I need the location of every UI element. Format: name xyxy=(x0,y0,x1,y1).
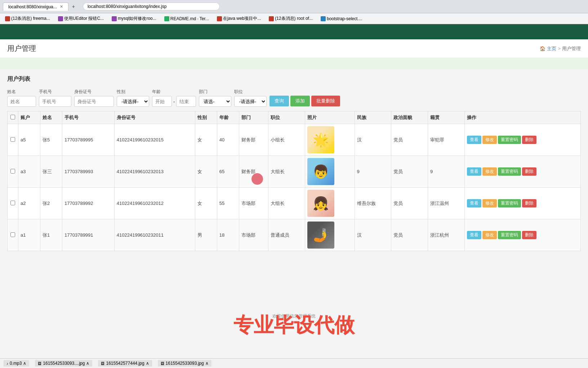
gender-search-group: 性别 -请选择- 男 女 xyxy=(117,89,149,107)
gender-label: 性别 xyxy=(117,89,149,95)
col-political: 政治面貌 xyxy=(391,111,428,124)
row-checkbox[interactable] xyxy=(10,137,15,142)
photo-avatar: 👧 xyxy=(313,196,329,211)
cell-idcard: 410224199610232012 xyxy=(114,188,195,219)
phone-input[interactable] xyxy=(39,96,71,107)
age-start-input[interactable] xyxy=(152,96,172,107)
table-row: a1 张1 17703789991 410224199610232011 男 1… xyxy=(8,219,581,251)
id-input[interactable] xyxy=(74,96,114,107)
cell-phone: 17703789993 xyxy=(62,156,115,188)
cell-age: 18 xyxy=(217,219,239,251)
table-row: a2 张2 17703789992 410224199610232012 女 5… xyxy=(8,188,581,219)
edit-button[interactable]: 修改 xyxy=(482,231,497,239)
col-hometown: 籍贯 xyxy=(428,111,464,124)
cell-ethnicity: 汉 xyxy=(355,219,391,251)
edit-button[interactable]: 修改 xyxy=(482,167,497,176)
address-bar[interactable]: localhost:8080/xinxiguanlixitong/index.j… xyxy=(83,3,220,10)
breadcrumb-separator: > xyxy=(558,46,561,51)
row-checkbox[interactable] xyxy=(10,201,15,205)
cell-photo: 👦 xyxy=(305,156,355,188)
delete-button[interactable]: 删除 xyxy=(522,136,536,144)
bookmark-1[interactable]: (12条消息) freema... xyxy=(3,15,52,22)
new-tab-button[interactable]: + xyxy=(68,2,79,11)
delete-button[interactable]: 删除 xyxy=(522,231,536,239)
row-checkbox-cell xyxy=(8,219,18,251)
bookmark-7[interactable]: bootstrap-select.... xyxy=(318,15,365,22)
reset-button[interactable]: 重置密码 xyxy=(498,231,521,239)
cell-age: 65 xyxy=(217,156,239,188)
col-name: 姓名 xyxy=(40,111,62,124)
view-button[interactable]: 查看 xyxy=(467,136,481,144)
col-account: 账户 xyxy=(18,111,40,124)
cell-political: 党员 xyxy=(391,124,428,156)
cell-political: 党员 xyxy=(391,219,428,251)
row-checkbox[interactable] xyxy=(10,232,15,237)
name-input[interactable] xyxy=(7,96,36,107)
breadcrumb: 🏠 主页 > 用户管理 xyxy=(540,45,581,52)
bulk-delete-button[interactable]: 批量删除 xyxy=(311,96,340,106)
age-search-group: 年龄 - xyxy=(152,89,196,107)
view-button[interactable]: 查看 xyxy=(467,167,481,176)
edit-button[interactable]: 修改 xyxy=(482,136,497,144)
bookmark-2[interactable]: 使用UEditor 报错C... xyxy=(56,15,106,22)
cell-hometown: 浙江温州 xyxy=(428,188,464,219)
breadcrumb-home-link[interactable]: 主页 xyxy=(547,45,556,52)
add-button[interactable]: 添加 xyxy=(290,96,310,106)
cell-actions: 查看 修改 重置密码 删除 xyxy=(464,124,580,156)
delete-button[interactable]: 删除 xyxy=(522,167,536,176)
bookmark-3[interactable]: mysql如何修改roo... xyxy=(110,15,159,22)
cell-dept: 财务部 xyxy=(239,156,268,188)
reset-button[interactable]: 重置密码 xyxy=(498,136,521,144)
cell-gender: 女 xyxy=(195,156,217,188)
cell-gender: 女 xyxy=(195,188,217,219)
cell-position: 小组长 xyxy=(268,124,305,156)
action-buttons-row: 查看 修改 重置密码 删除 xyxy=(467,136,578,144)
row-checkbox-cell xyxy=(8,124,18,156)
col-photo: 照片 xyxy=(305,111,355,124)
search-bar: 姓名 手机号 身份证号 性别 -请选择- 男 女 年龄 - xyxy=(7,89,581,107)
dept-select[interactable]: 请选- 财务部 市场部 xyxy=(199,96,231,107)
select-all-checkbox[interactable] xyxy=(10,115,15,119)
cell-dept: 市场部 xyxy=(239,188,268,219)
age-end-input[interactable] xyxy=(176,96,196,107)
user-table: 账户 姓名 手机号 身份证号 性别 年龄 部门 职位 照片 民族 政治面貌 籍贯… xyxy=(7,111,581,251)
position-select[interactable]: -请选择- 小组长 大组长 普通成员 xyxy=(234,96,267,107)
cell-account: a1 xyxy=(18,219,40,251)
cell-account: a5 xyxy=(18,124,40,156)
reset-button[interactable]: 重置密码 xyxy=(498,167,521,176)
edit-button[interactable]: 修改 xyxy=(482,199,497,207)
col-phone: 手机号 xyxy=(62,111,115,124)
search-button[interactable]: 查询 xyxy=(270,96,289,106)
user-table-container: 账户 姓名 手机号 身份证号 性别 年龄 部门 职位 照片 民族 政治面貌 籍贯… xyxy=(7,111,581,251)
gender-select[interactable]: -请选择- 男 女 xyxy=(117,96,149,107)
view-button[interactable]: 查看 xyxy=(467,231,481,239)
row-checkbox[interactable] xyxy=(10,169,15,174)
cell-photo: 👧 xyxy=(305,188,355,219)
cell-position: 大组长 xyxy=(268,156,305,188)
cell-age: 40 xyxy=(217,124,239,156)
delete-button[interactable]: 删除 xyxy=(522,199,536,207)
dept-search-group: 部门 请选- 财务部 市场部 xyxy=(199,89,231,107)
tab-bar: localhost:8080/xinxigua... ✕ + xyxy=(3,2,79,11)
cell-actions: 查看 修改 重置密码 删除 xyxy=(464,156,580,188)
bookmark-6[interactable]: (12条消息) root of... xyxy=(267,15,315,22)
age-label: 年龄 xyxy=(152,89,196,95)
cell-gender: 女 xyxy=(195,124,217,156)
cell-photo: 🤳 xyxy=(305,219,355,251)
breadcrumb-current: 用户管理 xyxy=(562,45,581,52)
bookmark-5[interactable]: 在java web项目中... xyxy=(215,15,263,22)
bookmark-4[interactable]: README.md · Ter... xyxy=(162,15,211,22)
browser-chrome: localhost:8080/xinxigua... ✕ + localhost… xyxy=(0,0,588,13)
action-buttons-row: 查看 修改 重置密码 删除 xyxy=(467,199,578,207)
active-tab[interactable]: localhost:8080/xinxigua... ✕ xyxy=(3,3,68,11)
col-actions: 操作 xyxy=(464,111,580,124)
cell-actions: 查看 修改 重置密码 删除 xyxy=(464,188,580,219)
view-button[interactable]: 查看 xyxy=(467,199,481,207)
reset-button[interactable]: 重置密码 xyxy=(498,199,521,207)
cell-name: 张1 xyxy=(40,219,62,251)
page-header: 用户管理 🏠 主页 > 用户管理 xyxy=(0,39,588,58)
phone-label: 手机号 xyxy=(39,89,71,95)
tab-close-button[interactable]: ✕ xyxy=(60,4,63,9)
content-area: 用户列表 姓名 手机号 身份证号 性别 -请选择- 男 女 年龄 - xyxy=(0,70,588,257)
page-title: 用户管理 xyxy=(7,44,36,53)
